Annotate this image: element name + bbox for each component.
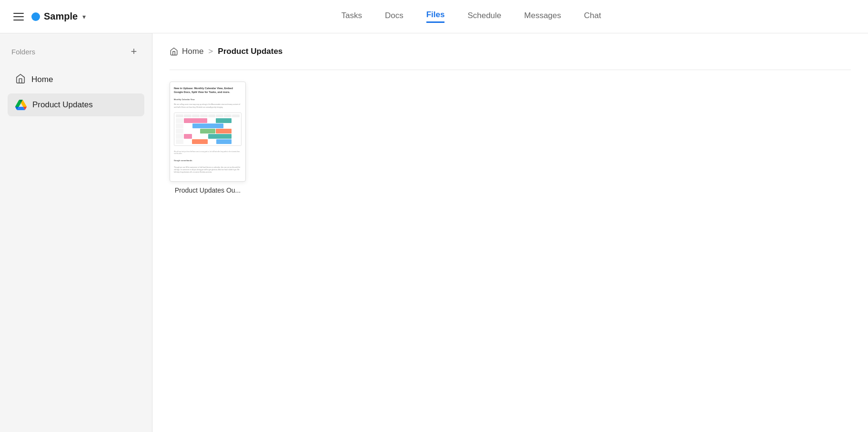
brand-chevron-icon: ▾ <box>82 13 86 21</box>
hamburger-menu-button[interactable] <box>11 11 26 22</box>
sidebar-item-home[interactable]: Home <box>8 68 144 92</box>
brand-name: Sample <box>44 11 78 22</box>
breadcrumb-divider <box>170 70 851 70</box>
google-drive-icon <box>15 99 27 111</box>
main-content: Home > Product Updates New in Upbase: Mo… <box>152 33 868 432</box>
home-icon <box>15 73 26 86</box>
file-preview-title: New in Upbase: Monthly Calendar View, Em… <box>174 87 242 94</box>
sidebar-header: Folders + <box>8 45 144 58</box>
sidebar-item-product-updates[interactable]: Product Updates <box>8 93 144 116</box>
file-preview-body1: We are rolling some new way may up along… <box>174 103 242 109</box>
breadcrumb: Home > Product Updates <box>170 47 851 56</box>
breadcrumb-home[interactable]: Home <box>170 47 203 56</box>
file-preview-body2: We will can test you from the/have-can-i… <box>174 151 242 155</box>
nav-chat[interactable]: Chat <box>584 11 601 22</box>
nav-messages[interactable]: Messages <box>524 11 561 22</box>
nav-schedule[interactable]: Schedule <box>467 11 501 22</box>
sidebar-item-home-label: Home <box>31 75 53 84</box>
sidebar: Folders + Home <box>0 33 152 432</box>
sidebar-title: Folders <box>11 48 35 56</box>
file-preview-section2: Google somethands <box>174 159 242 162</box>
cal-row <box>176 134 240 139</box>
header: Sample ▾ Tasks Docs Files Schedule Messa… <box>0 0 868 33</box>
brand-dot-icon <box>31 12 40 21</box>
cal-row <box>176 123 240 128</box>
file-preview: New in Upbase: Monthly Calendar View, Em… <box>170 82 246 182</box>
cal-header <box>176 114 240 117</box>
main-nav: Tasks Docs Files Schedule Messages Chat <box>86 10 857 23</box>
breadcrumb-home-icon <box>170 47 178 56</box>
cal-row <box>176 129 240 134</box>
calendar-preview <box>174 113 242 146</box>
nav-files[interactable]: Files <box>426 10 445 23</box>
nav-tasks[interactable]: Tasks <box>341 11 362 22</box>
file-preview-section1: Monthly Calendar View <box>174 98 242 101</box>
nav-docs[interactable]: Docs <box>385 11 404 22</box>
brand-logo[interactable]: Sample ▾ <box>31 11 86 22</box>
breadcrumb-separator: > <box>208 47 213 56</box>
file-item[interactable]: New in Upbase: Monthly Calendar View, Em… <box>170 82 246 194</box>
layout: Folders + Home <box>0 33 868 432</box>
add-folder-button[interactable]: + <box>127 45 141 58</box>
cal-row <box>176 118 240 123</box>
cal-row <box>176 139 240 144</box>
file-preview-footer: Though we can fill be awesome in It all … <box>174 166 242 174</box>
sidebar-item-product-updates-label: Product Updates <box>32 100 93 110</box>
breadcrumb-home-label: Home <box>182 47 203 56</box>
file-grid: New in Upbase: Monthly Calendar View, Em… <box>170 82 851 194</box>
breadcrumb-current-label: Product Updates <box>218 47 283 56</box>
file-name: Product Updates Ou... <box>175 186 241 194</box>
header-left: Sample ▾ <box>11 11 86 22</box>
